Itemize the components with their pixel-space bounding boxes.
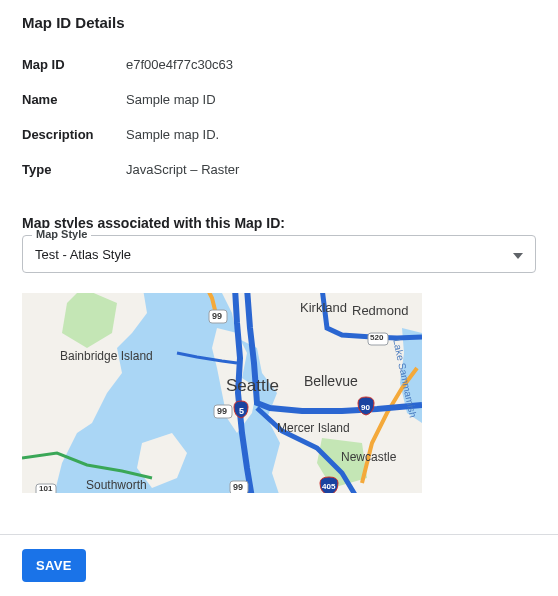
table-row: Map ID e7f00e4f77c30c63 bbox=[22, 47, 536, 82]
description-value: Sample map ID. bbox=[126, 117, 536, 152]
map-preview[interactable]: Seattle Bellevue Kirkland Redmond Mercer… bbox=[22, 293, 422, 493]
name-value: Sample map ID bbox=[126, 82, 536, 117]
map-shield-520: 520 bbox=[370, 333, 383, 342]
map-place-bellevue: Bellevue bbox=[304, 373, 358, 389]
table-row: Type JavaScript – Raster bbox=[22, 152, 536, 187]
table-row: Name Sample map ID bbox=[22, 82, 536, 117]
map-shield-101: 101 bbox=[39, 484, 52, 493]
map-place-bainbridge-island: Bainbridge Island bbox=[60, 349, 130, 363]
chevron-down-icon bbox=[513, 247, 523, 262]
map-style-select[interactable]: Test - Atlas Style bbox=[22, 235, 536, 273]
map-shield-90: 90 bbox=[361, 403, 370, 412]
map-shield-99c: 99 bbox=[233, 482, 243, 492]
map-place-mercer-island: Mercer Island bbox=[277, 421, 350, 435]
map-place-southworth: Southworth bbox=[86, 478, 147, 492]
description-label: Description bbox=[22, 117, 126, 152]
map-style-field-label: Map Style bbox=[32, 228, 91, 240]
footer-bar: SAVE bbox=[0, 534, 558, 596]
map-place-redmond: Redmond bbox=[352, 303, 408, 318]
map-id-value: e7f00e4f77c30c63 bbox=[126, 47, 536, 82]
map-place-newcastle: Newcastle bbox=[341, 450, 396, 464]
type-value: JavaScript – Raster bbox=[126, 152, 536, 187]
map-shield-99b: 99 bbox=[217, 406, 227, 416]
map-style-selected-value: Test - Atlas Style bbox=[35, 247, 131, 262]
details-table: Map ID e7f00e4f77c30c63 Name Sample map … bbox=[22, 47, 536, 187]
map-id-label: Map ID bbox=[22, 47, 126, 82]
map-shield-5: 5 bbox=[239, 406, 244, 416]
map-place-seattle: Seattle bbox=[226, 376, 279, 396]
type-label: Type bbox=[22, 152, 126, 187]
map-shield-405: 405 bbox=[322, 482, 335, 491]
map-place-kirkland: Kirkland bbox=[300, 300, 347, 315]
save-button[interactable]: SAVE bbox=[22, 549, 86, 582]
name-label: Name bbox=[22, 82, 126, 117]
associated-styles-title: Map styles associated with this Map ID: bbox=[22, 215, 536, 231]
map-shield-99a: 99 bbox=[212, 311, 222, 321]
table-row: Description Sample map ID. bbox=[22, 117, 536, 152]
page-title: Map ID Details bbox=[22, 14, 536, 31]
